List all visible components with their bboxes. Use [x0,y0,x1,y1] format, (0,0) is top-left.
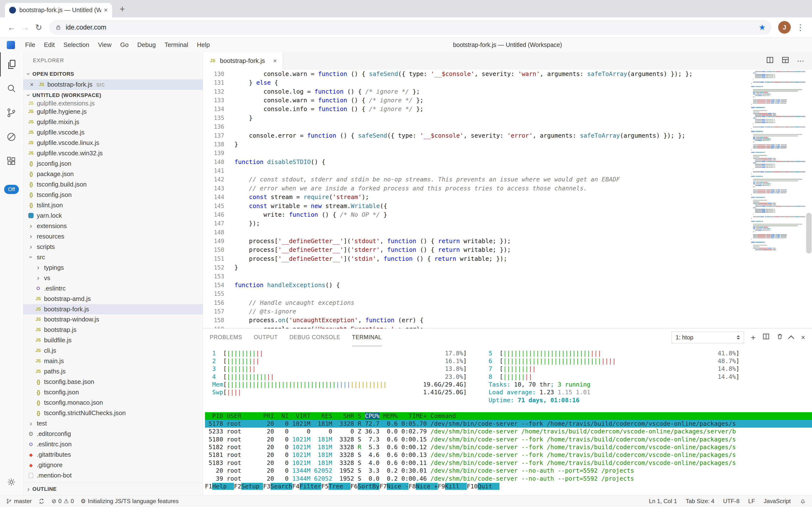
problems-indicator[interactable]: ⊘ 0 ⚠ 0 [52,498,74,505]
cursor-position[interactable]: Ln 1, Col 1 [649,498,677,505]
editor-layout-button[interactable] [782,56,789,66]
tree-item[interactable]: JSpaths.js [23,366,203,377]
tree-item[interactable]: {}jsconfig.json [23,158,203,169]
panel-tab-problems[interactable]: PROBLEMS [210,329,242,346]
tree-item[interactable]: ›typings [23,263,203,273]
htop-process-row[interactable]: 5182 root 20 0 1021M 181M 3328 R 5.3 0.6… [205,443,812,451]
tree-item[interactable]: JSgulpfile.mixin.js [23,117,203,127]
tree-item[interactable]: {}tslint.json [23,200,203,211]
tree-item[interactable]: ›src [23,252,203,263]
tree-item[interactable]: {}tsconfig.base.json [23,377,203,387]
code-editor[interactable]: 130 console.warn = function () { safeSen… [203,70,812,329]
menu-view[interactable]: View [93,41,116,49]
maximize-panel-icon[interactable] [788,335,794,341]
close-editor-icon[interactable]: × [30,81,38,88]
bookmark-star-icon[interactable]: ★ [759,23,766,32]
url-bar[interactable]: ide.coder.com ★ [49,20,771,35]
tree-item[interactable]: JSbootstrap-amd.js [23,294,203,304]
htop-process-row[interactable]: 5178 root 20 0 1021M 181M 3328 R 72.7 0.… [205,420,812,428]
tree-item[interactable]: JSgulpfile.hygiene.js [23,106,203,117]
browser-tab[interactable]: bootstrap-fork.js — Untitled (W × [5,3,112,17]
editor-scrollbar[interactable] [806,213,812,253]
debug-icon[interactable] [0,125,23,149]
search-icon[interactable] [0,76,23,101]
split-terminal-button[interactable] [762,333,770,342]
settings-gear-icon[interactable] [6,477,17,489]
explorer-icon[interactable] [0,52,23,76]
notifications-bell-icon[interactable] [799,498,806,505]
tree-item[interactable]: JSgulpfile.vscode.win32.js [23,148,203,158]
menu-selection[interactable]: Selection [59,41,94,49]
tree-item[interactable]: JSbuildfile.js [23,335,203,345]
htop-process-row[interactable]: 5180 root 20 0 1021M 181M 3328 S 7.3 0.6… [205,436,812,443]
menu-terminal[interactable]: Terminal [160,41,192,49]
terminal-picker[interactable]: 1: htop [672,332,744,343]
tree-item[interactable]: {}tsconfig.monaco.json [23,397,203,408]
tree-item[interactable]: .eslintrc [23,283,203,294]
tree-item[interactable]: ◆.gitignore [23,460,203,470]
eol-indicator[interactable]: LF [748,498,755,505]
htop-process-row[interactable]: 5233 root 20 0 0 0 0 Z 36.3 0.0 0:02.79 … [205,428,812,435]
menu-go[interactable]: Go [116,41,133,49]
tree-item[interactable]: ›scripts [23,242,203,252]
tree-item[interactable]: ◆.gitattributes [23,449,203,460]
tree-item[interactable]: ⚙.editorconfig [23,429,203,439]
reload-button[interactable]: ↻ [32,20,46,34]
panel-tab-debug-console[interactable]: DEBUG CONSOLE [289,329,340,346]
forward-button[interactable]: → [18,20,32,34]
tree-item[interactable]: JSgulpfile.extensions.js [23,101,203,106]
outline-header[interactable]: › OUTLINE [23,483,203,495]
tree-item[interactable]: JSgulpfile.vscode.js [23,127,203,137]
tab-close-icon[interactable]: × [273,57,277,65]
tree-item[interactable]: ›vs [23,273,203,283]
workspace-header[interactable]: › UNTITLED (WORKSPACE) [23,90,203,101]
tree-item[interactable]: {}package.json [23,169,203,179]
tree-item[interactable]: ›test [23,418,203,429]
tree-item[interactable]: {}tsconfig.build.json [23,179,203,190]
panel-tab-output[interactable]: OUTPUT [254,329,278,346]
tree-item[interactable]: JScli.js [23,345,203,356]
terminal[interactable]: 1 [|||||||||| 17.8%] 5 [||||||||||||||||… [203,346,812,495]
tree-item[interactable]: yarn.lock [23,211,203,221]
open-editor-item[interactable]: × JS bootstrap-fork.js src [23,79,203,90]
close-panel-icon[interactable]: × [801,333,806,342]
sync-button[interactable] [39,498,45,504]
htop-process-row[interactable]: 20 root 20 0 1344M 62052 1952 S 3.3 0.2 … [205,467,812,474]
language-mode[interactable]: JavaScript [764,498,791,505]
more-actions-button[interactable]: ⋯ [797,57,804,65]
tree-item[interactable]: JSgulpfile.vscode.linux.js [23,137,203,148]
htop-function-keys[interactable]: F1Help F2Setup F3SearchF4FilterF5Tree F6… [205,483,812,490]
menu-file[interactable]: File [21,41,40,49]
tree-item[interactable]: JSbootstrap.js [23,325,203,335]
menu-debug[interactable]: Debug [133,41,160,49]
tree-item[interactable]: JSbootstrap-fork.js [23,304,203,315]
editor-tab[interactable]: JS bootstrap-fork.js × [203,52,283,70]
new-tab-button[interactable]: + [116,3,129,15]
htop-process-row[interactable]: 5181 root 20 0 1021M 181M 3328 S 4.6 0.6… [205,451,812,459]
tree-item[interactable]: {}tsconfig.strictNullChecks.json [23,408,203,418]
menu-edit[interactable]: Edit [40,41,59,49]
extensions-icon[interactable] [0,149,23,173]
language-status-message[interactable]: ⚙ Initializing JS/TS language features [80,498,178,505]
tree-item[interactable]: .eslintrc.json [23,439,203,449]
tab-size-indicator[interactable]: Tab Size: 4 [686,498,714,505]
htop-process-row[interactable]: 39 root 20 0 1344M 62052 1952 S 0.0 0.2 … [205,475,812,483]
panel-tab-terminal[interactable]: TERMINAL [352,329,382,346]
off-badge[interactable]: Off [4,185,19,194]
tree-item[interactable]: {}tsconfig.json [23,190,203,200]
tree-item[interactable]: ›extensions [23,221,203,231]
encoding-indicator[interactable]: UTF-8 [723,498,740,505]
git-branch-indicator[interactable]: master [6,498,32,505]
back-button[interactable]: ← [5,20,18,34]
tree-item[interactable]: JSbootstrap-window.js [23,315,203,325]
browser-menu-icon[interactable]: ⋮ [794,20,807,34]
tree-item[interactable]: ›resources [23,231,203,242]
kill-terminal-button[interactable] [776,333,783,342]
open-editors-header[interactable]: › OPEN EDITORS [23,69,203,79]
htop-process-row[interactable]: 5183 root 20 0 1021M 181M 3328 S 4.0 0.6… [205,459,812,467]
split-editor-button[interactable] [766,56,774,66]
new-terminal-button[interactable]: + [751,333,756,342]
tree-item[interactable]: {}tsconfig.json [23,387,203,397]
tree-item[interactable]: .mention-bot [23,470,203,481]
minimap[interactable] [751,70,805,329]
